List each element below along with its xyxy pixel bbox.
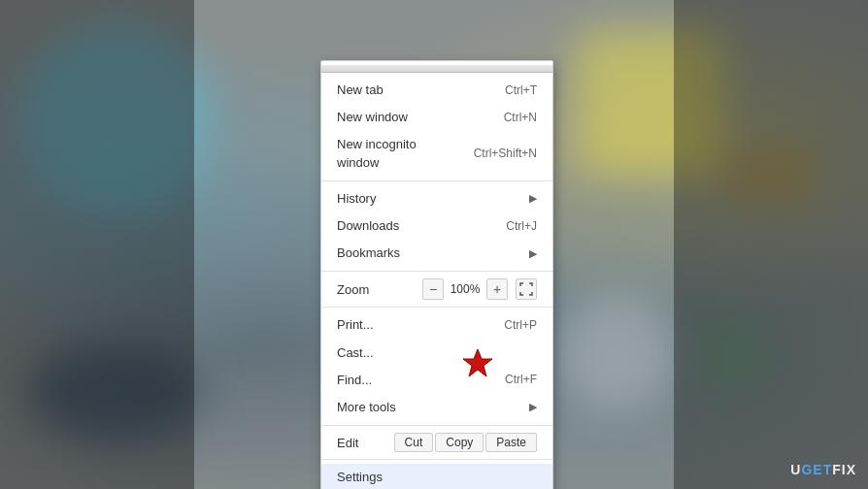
watermark-t: T [823, 462, 833, 477]
bookmarks-arrow: ▶ [529, 246, 537, 261]
new-window-label: New window [337, 109, 484, 126]
watermark: UGETFIX [790, 462, 856, 477]
side-overlay-left [0, 0, 194, 489]
watermark-g: G [801, 462, 813, 477]
downloads-shortcut: Ctrl+J [506, 218, 537, 235]
print-shortcut: Ctrl+P [504, 317, 537, 334]
new-tab-shortcut: Ctrl+T [505, 82, 537, 99]
more-tools-label: More tools [337, 399, 521, 416]
zoom-value: 100% [448, 282, 483, 296]
watermark-u: U [790, 462, 801, 477]
menu-item-new-incognito[interactable]: New incognito window Ctrl+Shift+N [321, 131, 552, 176]
svg-marker-0 [463, 349, 492, 376]
settings-label: Settings [337, 469, 537, 486]
menu-item-history[interactable]: History ▶ [321, 185, 552, 212]
menu-item-cast[interactable]: Cast... [321, 340, 552, 367]
separator-3 [321, 307, 552, 308]
bookmarks-label: Bookmarks [337, 244, 521, 262]
edit-label: Edit [337, 436, 392, 450]
menu-item-new-window[interactable]: New window Ctrl+N [321, 104, 552, 131]
menu-item-bookmarks[interactable]: Bookmarks ▶ [321, 240, 552, 267]
edit-row: Edit Cut Copy Paste [321, 430, 552, 455]
new-incognito-shortcut: Ctrl+Shift+N [474, 146, 537, 162]
more-tools-arrow: ▶ [529, 400, 537, 414]
new-incognito-label: New incognito window [337, 136, 454, 171]
menu-item-more-tools[interactable]: More tools ▶ [321, 394, 552, 421]
downloads-label: Downloads [337, 217, 486, 235]
watermark-e: E [813, 462, 822, 477]
copy-button[interactable]: Copy [435, 433, 484, 452]
new-tab-label: New tab [337, 82, 485, 99]
paste-button[interactable]: Paste [485, 433, 537, 452]
menu-item-print[interactable]: Print... Ctrl+P [321, 311, 552, 339]
menu-item-find[interactable]: Find... Ctrl+F [321, 367, 552, 394]
zoom-row: Zoom − 100% + [321, 276, 552, 303]
find-shortcut: Ctrl+F [505, 372, 537, 388]
cast-label: Cast... [337, 344, 537, 362]
menu-item-new-tab[interactable]: New tab Ctrl+T [321, 77, 552, 104]
menu-item-downloads[interactable]: Downloads Ctrl+J [321, 212, 552, 240]
separator-5 [321, 459, 552, 460]
side-overlay-right [674, 0, 868, 489]
zoom-label: Zoom [337, 282, 422, 297]
history-label: History [337, 190, 521, 208]
history-arrow: ▶ [529, 191, 537, 206]
separator-4 [321, 425, 552, 426]
zoom-controls: − 100% + [422, 278, 537, 300]
star-cursor-indicator [462, 347, 493, 378]
cut-button[interactable]: Cut [394, 433, 434, 452]
separator-2 [321, 271, 552, 272]
edit-buttons: Cut Copy Paste [392, 433, 537, 452]
new-window-shortcut: Ctrl+N [504, 110, 537, 126]
watermark-fix: FIX [832, 462, 856, 477]
context-menu: New tab Ctrl+T New window Ctrl+N New inc… [320, 60, 553, 489]
zoom-plus-button[interactable]: + [486, 278, 508, 300]
menu-item-settings[interactable]: Settings [321, 464, 552, 489]
separator-1 [321, 180, 552, 181]
browser-chrome-stub [321, 65, 552, 73]
print-label: Print... [337, 316, 484, 334]
zoom-fullscreen-button[interactable] [516, 278, 537, 300]
zoom-minus-button[interactable]: − [422, 278, 444, 300]
